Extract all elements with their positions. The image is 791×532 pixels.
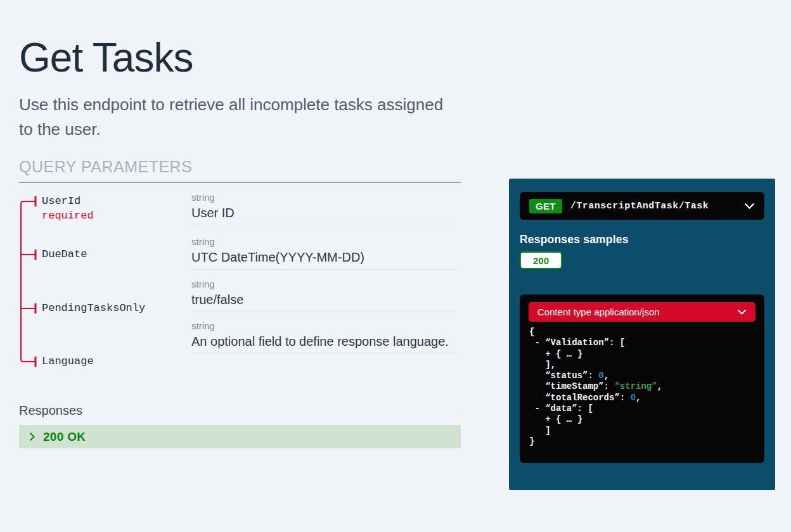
expand-toggle[interactable]: + [545,349,550,359]
json-text: “status”: [529,370,598,381]
query-parameters-heading: QUERY PARAMETERS [19,158,461,183]
expand-toggle[interactable]: + [545,414,550,424]
responses-samples-heading: Responses samples [520,233,629,246]
parameter-type: string [191,192,456,203]
response-code-label: 200 OK [43,430,86,444]
api-doc-page: { "header": { "title": "Get Tasks", "des… [0,0,791,532]
parameter-type: string [191,279,456,290]
expand-toggle[interactable]: - [534,403,539,414]
page-description: Use this endpoint to retrieve all incomp… [19,92,456,142]
json-number-value: 0 [598,370,603,381]
endpoint-path: /TranscriptAndTask/Task [570,201,744,212]
json-number-value: 0 [631,393,636,403]
json-sample-code: { - “Validation”: [ + { … } ], “status”:… [529,327,662,447]
parameter-row: stringUTC DateTime(YYYY-MM-DD) [191,236,456,270]
parameter-description: UTC DateTime(YYYY-MM-DD) [191,249,456,266]
json-text: { [529,327,534,337]
content-type-dropdown[interactable]: Content type application/json [529,302,756,322]
endpoint-dropdown[interactable]: GET /TranscriptAndTask/Task [520,192,764,220]
expand-toggle[interactable]: - [534,338,539,348]
chevron-down-icon [744,203,755,210]
sample-panel: GET /TranscriptAndTask/Task Responses sa… [509,179,775,490]
json-text: “totalRecords”: [529,393,631,403]
json-text: } [529,436,534,446]
json-text: { … } [551,414,582,424]
json-text: , [636,393,641,403]
http-method-badge: GET [529,199,562,213]
response-sample-box: Content type application/json { - “Valid… [520,294,764,463]
parameter-description: User ID [191,205,456,222]
json-string-value: “string” [614,381,657,391]
parameter-name-pendingtasksonly: PendingTasksOnly [42,302,145,314]
parameter-name-language: Language [42,355,94,367]
parameter-description: An optional field to define response lan… [191,333,456,350]
json-text: , [604,370,609,381]
parameter-row: stringAn optional field to define respon… [191,320,456,354]
json-text: ], [529,360,556,370]
parameter-type: string [191,236,456,248]
json-text [529,349,545,359]
response-200-row[interactable]: 200 OK [19,425,461,448]
chevron-down-icon [737,309,747,315]
responses-heading: Responses [19,403,82,418]
parameter-row: stringtrue/false [191,279,456,312]
json-text: ] [529,426,551,436]
chevron-right-icon [29,432,35,441]
json-text: , [657,381,662,391]
page-title: Get Tasks [19,34,193,81]
parameter-description: true/false [191,291,456,308]
status-200-tab[interactable]: 200 [520,251,562,269]
parameter-required-badge: required [42,210,94,222]
parameter-name-userid: UserId [42,195,80,207]
content-type-label: Content type application/json [537,307,660,317]
json-text: { … } [551,349,582,359]
json-text: “data”: [ [540,403,593,414]
parameter-row: stringUser ID [191,192,456,225]
parameter-tree-lines [19,193,38,373]
parameter-type: string [191,320,456,332]
json-text: “Validation”: [ [540,338,625,348]
json-text [529,414,545,424]
json-text: “timeStamp”: [529,381,614,391]
parameter-name-duedate: DueDate [42,248,87,260]
